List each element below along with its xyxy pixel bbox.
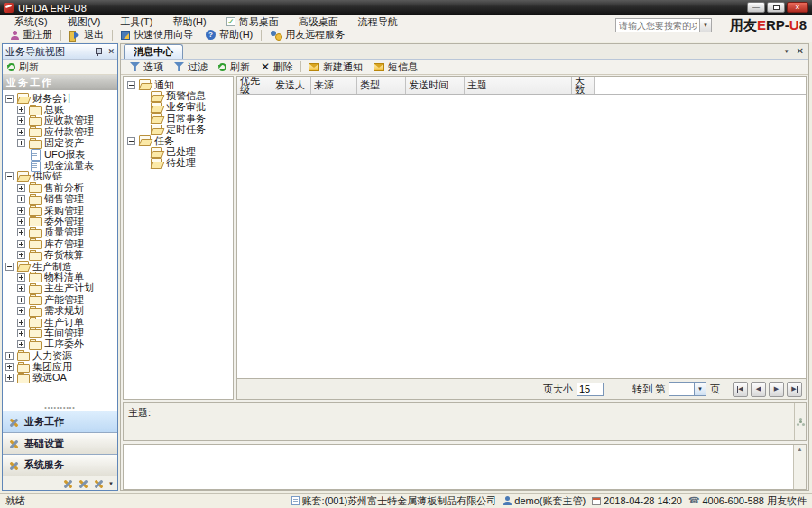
expand-icon[interactable] — [17, 329, 25, 337]
subject-panel: 主题: — [123, 402, 807, 442]
options-button[interactable]: 选项 — [125, 60, 169, 74]
page-size-input[interactable] — [577, 383, 604, 396]
folder-closed-icon — [16, 362, 30, 373]
message-tree-item[interactable]: 定时任务 — [124, 125, 233, 135]
menu-simple-desktop[interactable]: ✓ 简易桌面 — [217, 15, 288, 28]
column-header[interactable]: 来源 — [311, 77, 357, 94]
menu-advanced-desktop[interactable]: 高级桌面 — [290, 15, 347, 28]
sidebar-close-icon[interactable]: ✕ — [107, 48, 115, 56]
pin-icon[interactable] — [95, 47, 103, 56]
expand-icon[interactable] — [17, 284, 25, 292]
calendar-icon — [592, 497, 601, 505]
sidebar-tree-item[interactable]: 致远OA — [3, 373, 117, 383]
nav-button-business-work[interactable]: 业务工作 — [3, 411, 117, 432]
folder-closed-icon — [28, 205, 42, 216]
quick-wizard-button[interactable]: 快速使用向导 — [115, 28, 199, 42]
more-options-icon[interactable]: ▼ — [108, 481, 114, 486]
help-button[interactable]: ? 帮助(H) — [199, 28, 259, 42]
nav-button-system-services[interactable]: 系统服务 — [3, 454, 117, 476]
expand-icon[interactable] — [5, 374, 14, 382]
column-header[interactable]: 发送人 — [272, 77, 311, 94]
user-icon — [503, 496, 512, 505]
search-dropdown-icon[interactable]: ▼ — [700, 18, 712, 32]
folder-closed-icon — [28, 328, 42, 338]
message-tree-item[interactable]: 待处理 — [124, 158, 233, 169]
folder-closed-icon — [28, 126, 42, 137]
delete-button[interactable]: ✕ 删除 — [255, 60, 299, 74]
tab-message-center[interactable]: 消息中心 — [124, 44, 183, 59]
prev-page-button[interactable]: ◀ — [751, 382, 766, 397]
scroll-up-icon[interactable]: ▲ — [794, 445, 806, 452]
message-body-box[interactable]: ▲ — [123, 444, 807, 490]
expand-icon[interactable] — [17, 139, 25, 147]
sidebar-refresh-button[interactable]: 刷新 — [3, 60, 117, 75]
column-header[interactable]: 发送时间 — [406, 77, 465, 94]
help-icon: ? — [206, 30, 216, 40]
nav-button-basic-settings[interactable]: 基础设置 — [3, 432, 117, 454]
sidebar-splitter[interactable]: •••••••••• — [3, 404, 117, 411]
expand-icon[interactable] — [17, 116, 25, 125]
last-page-button[interactable]: ▶ — [787, 382, 802, 397]
folder-closed-icon — [16, 350, 30, 361]
expander-spacer — [17, 162, 25, 170]
table-body[interactable] — [237, 95, 806, 378]
expand-icon[interactable] — [17, 296, 25, 304]
expand-icon[interactable] — [17, 240, 25, 248]
refresh-icon — [7, 63, 15, 71]
expand-icon[interactable] — [17, 184, 25, 192]
menu-tools[interactable]: 工具(T) — [111, 15, 161, 28]
expand-icon[interactable] — [17, 217, 25, 226]
column-header[interactable]: 主题 — [465, 77, 572, 94]
status-user: demo(账套主管) — [503, 494, 586, 508]
sidebar-title: 业务导航视图 — [5, 45, 95, 59]
column-header[interactable]: 天数 — [572, 77, 595, 94]
expand-icon[interactable] — [17, 319, 25, 327]
column-header[interactable]: 类型 — [357, 77, 406, 94]
collapse-icon[interactable] — [5, 263, 14, 271]
tab-close-icon[interactable]: ✕ — [797, 47, 804, 56]
remote-service-button[interactable]: 用友远程服务 — [263, 28, 351, 42]
column-header[interactable]: 优先级 — [237, 77, 272, 94]
handle-icon — [799, 420, 802, 423]
tools-icon[interactable] — [78, 478, 89, 489]
page-number-select[interactable]: ▼ — [669, 382, 706, 396]
brand-logo: 用友ERP-U8 — [730, 17, 807, 34]
next-page-button[interactable]: ▶ — [769, 382, 784, 397]
expand-icon[interactable] — [17, 273, 25, 282]
expand-icon[interactable] — [17, 195, 25, 203]
sms-button[interactable]: 短信息 — [368, 60, 423, 74]
tools-icon[interactable] — [62, 478, 74, 489]
subject-panel-handle[interactable] — [794, 403, 806, 441]
menu-system[interactable]: 系统(S) — [5, 15, 57, 28]
exit-button[interactable]: 退出 — [63, 28, 110, 42]
collapse-icon[interactable] — [5, 172, 14, 180]
search-input[interactable] — [615, 18, 700, 32]
new-notice-button[interactable]: 新建通知 — [303, 60, 368, 74]
folder-closed-icon — [28, 306, 42, 317]
expand-icon[interactable] — [17, 106, 25, 114]
expand-icon[interactable] — [17, 340, 25, 348]
expand-icon[interactable] — [17, 251, 25, 259]
expand-icon[interactable] — [17, 307, 25, 315]
close-button[interactable]: × — [787, 2, 808, 13]
expand-icon[interactable] — [17, 228, 25, 236]
expand-icon[interactable] — [5, 352, 14, 360]
menu-help[interactable]: 帮助(H) — [163, 15, 215, 28]
expand-icon[interactable] — [5, 363, 14, 371]
restore-button[interactable] — [767, 2, 785, 13]
expand-icon[interactable] — [17, 128, 25, 136]
scrollbar[interactable]: ▲ — [793, 445, 806, 489]
collapse-icon[interactable] — [127, 81, 135, 89]
tools-icon[interactable] — [93, 478, 105, 489]
menu-view[interactable]: 视图(V) — [59, 15, 110, 28]
collapse-icon[interactable] — [127, 137, 135, 145]
filter-button[interactable]: 过滤 — [169, 60, 213, 74]
first-page-button[interactable]: ◀ — [733, 382, 748, 397]
menu-process-nav[interactable]: 流程导航 — [349, 15, 407, 28]
reregister-button[interactable]: 重注册 — [4, 28, 59, 42]
tab-list-dropdown-icon[interactable]: ▼ — [784, 49, 789, 54]
refresh-button[interactable]: 刷新 — [213, 60, 255, 74]
collapse-icon[interactable] — [5, 95, 14, 103]
minimize-button[interactable]: — — [747, 2, 765, 13]
expand-icon[interactable] — [17, 207, 25, 215]
